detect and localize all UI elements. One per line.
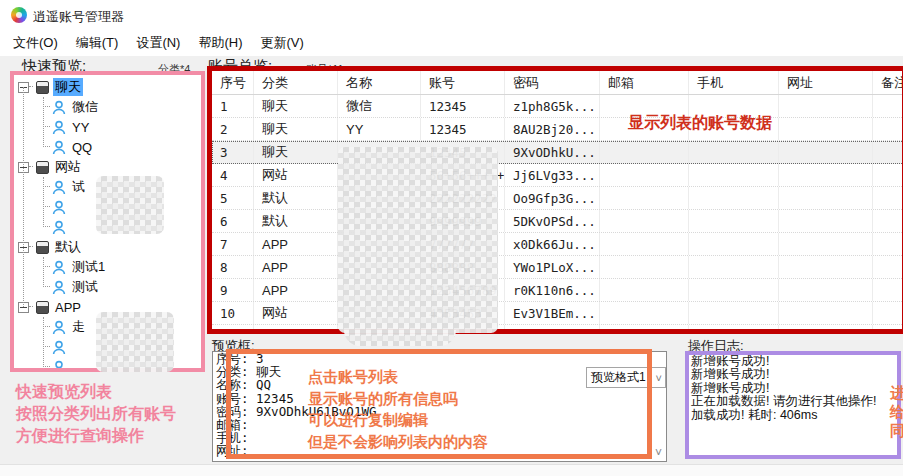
account-icon	[52, 260, 66, 275]
tree-account-item[interactable]	[43, 217, 74, 237]
table-row-6[interactable]: 6默认99999995DKvOPSd...	[212, 210, 903, 233]
preview-format-select[interactable]: 预览格式1 ˅	[586, 367, 666, 388]
table-row-3[interactable]: 3聊天123459XvODhkU...	[212, 141, 903, 164]
tree-account-item[interactable]	[43, 197, 74, 217]
tree-account-label: YY	[70, 120, 91, 135]
table-row-5[interactable]: 5默认222222222Oo9Gfp3G...	[212, 187, 903, 210]
table-cell: 默认	[254, 187, 338, 209]
menu-item-3[interactable]: 帮助(H)	[189, 31, 251, 55]
tree-spine	[43, 97, 44, 147]
account-icon	[52, 200, 66, 215]
category-icon	[36, 301, 49, 314]
table-cell	[600, 233, 689, 255]
table-row-7[interactable]: 7APP777777x0Dk66Ju...	[212, 233, 903, 256]
tree-category-label: 默认	[53, 238, 83, 256]
chevron-down-icon: ˅	[656, 372, 665, 384]
account-icon	[52, 220, 66, 235]
table-cell: 7	[212, 233, 254, 255]
table-cell: 网站	[254, 302, 338, 324]
account-icon	[52, 280, 66, 295]
table-row-2[interactable]: 2聊天YY123458AU2Bj20...	[212, 118, 903, 141]
table-row-8[interactable]: 8APP888888YWo1PLoX...	[212, 256, 903, 279]
table-cell	[600, 187, 689, 209]
tree-account-item[interactable]	[43, 357, 74, 368]
tree-account-item[interactable]: 测试	[43, 277, 100, 297]
scroll-down-icon[interactable]: ˅	[655, 446, 662, 460]
table-cell: 聊天	[254, 141, 338, 163]
table-cell: APP	[254, 233, 338, 255]
table-cell: 12345	[421, 118, 505, 140]
table-cell: 6	[212, 210, 254, 232]
table-cell	[873, 256, 903, 278]
column-header-3[interactable]: 账号	[421, 71, 505, 94]
table-header-row: 序号分类名称账号密码邮箱手机网址备注	[212, 71, 903, 95]
menu-item-0[interactable]: 文件(O)	[4, 31, 67, 55]
column-header-7[interactable]: 网址	[779, 71, 873, 94]
table-cell: Ws6fu19R...	[505, 325, 600, 334]
column-header-1[interactable]: 分类	[254, 71, 338, 94]
menu-item-4[interactable]: 更新(V)	[251, 31, 312, 55]
table-row-11[interactable]: 11网站123456Ws6fu19R...	[212, 325, 903, 334]
table-cell: YWo1PLoX...	[505, 256, 600, 278]
tree-category-默认[interactable]: 默认	[18, 237, 83, 257]
column-header-5[interactable]: 邮箱	[600, 71, 689, 94]
table-cell	[873, 233, 903, 255]
tree-account-item[interactable]: 试	[43, 177, 87, 197]
table-cell	[873, 164, 903, 186]
column-header-4[interactable]: 密码	[505, 71, 600, 94]
table-cell: 默认	[254, 210, 338, 232]
tree-account-item[interactable]: 微信	[43, 97, 100, 117]
account-icon	[52, 140, 66, 155]
menu-item-1[interactable]: 编辑(T)	[67, 31, 128, 55]
tree-category-label: 聊天	[53, 78, 83, 96]
table-cell	[600, 95, 689, 117]
table-cell	[600, 164, 689, 186]
tree-account-item[interactable]: QQ	[43, 137, 94, 157]
account-table[interactable]: 序号分类名称账号密码邮箱手机网址备注1聊天微信12345z1ph8G5k...2…	[212, 71, 903, 334]
table-cell	[689, 210, 779, 232]
column-header-2[interactable]: 名称	[338, 71, 421, 94]
tree-account-item[interactable]: 走	[43, 317, 87, 337]
table-cell: APP	[254, 256, 338, 278]
table-row-10[interactable]: 10网站4353453Ev3V1BEm...	[212, 302, 903, 325]
column-header-6[interactable]: 手机	[689, 71, 779, 94]
table-cell	[779, 325, 873, 334]
table-cell: 网站	[254, 164, 338, 186]
table-cell	[600, 279, 689, 301]
table-row-4[interactable]: 4网站56+56+++++Jj6LVg33...	[212, 164, 903, 187]
table-cell	[689, 95, 779, 117]
table-row-9[interactable]: 9APP123456789r0K110n6...	[212, 279, 903, 302]
log-line: 新增账号成功!	[689, 355, 897, 368]
table-cell: 2	[212, 118, 254, 140]
tree-account-label: QQ	[70, 140, 94, 155]
category-icon	[36, 241, 49, 254]
window-title: 逍遥账号管理器	[33, 8, 124, 26]
table-cell	[689, 141, 779, 163]
tree-account-item[interactable]	[43, 337, 74, 357]
table-row-1[interactable]: 1聊天微信12345z1ph8G5k...	[212, 95, 903, 118]
tree-account-item[interactable]: 测试1	[43, 257, 107, 277]
tree-connector	[43, 286, 50, 288]
log-line: 正在加载数据! 请勿进行其他操作!	[689, 395, 897, 408]
tree-account-label: 试	[70, 178, 87, 196]
menu-item-2[interactable]: 设置(N)	[127, 31, 189, 55]
table-cell	[689, 325, 779, 334]
preview-line: 密码: 9XvODhkU61BvO1WG	[213, 405, 666, 418]
clipped-annotation-char: 给	[890, 403, 903, 422]
table-cell	[873, 118, 903, 140]
table-cell	[779, 141, 873, 163]
tree-category-APP[interactable]: APP	[18, 297, 83, 317]
tree-account-item[interactable]: YY	[43, 117, 91, 137]
column-header-0[interactable]: 序号	[212, 71, 254, 94]
table-cell	[689, 233, 779, 255]
tree-connector	[43, 346, 50, 348]
column-header-8[interactable]: 备注	[873, 71, 903, 94]
app-window: 逍遥账号管理器 文件(O)编辑(T)设置(N)帮助(H)更新(V) 快速预览: …	[0, 0, 903, 476]
tree-connector	[43, 326, 50, 328]
table-cell: 微信	[338, 95, 421, 117]
tree-category-网站[interactable]: 网站	[18, 157, 83, 177]
tree-category-聊天[interactable]: 聊天	[18, 77, 83, 97]
table-cell	[779, 302, 873, 324]
table-cell: 聊天	[254, 118, 338, 140]
table-cell: Jj6LVg33...	[505, 164, 600, 186]
